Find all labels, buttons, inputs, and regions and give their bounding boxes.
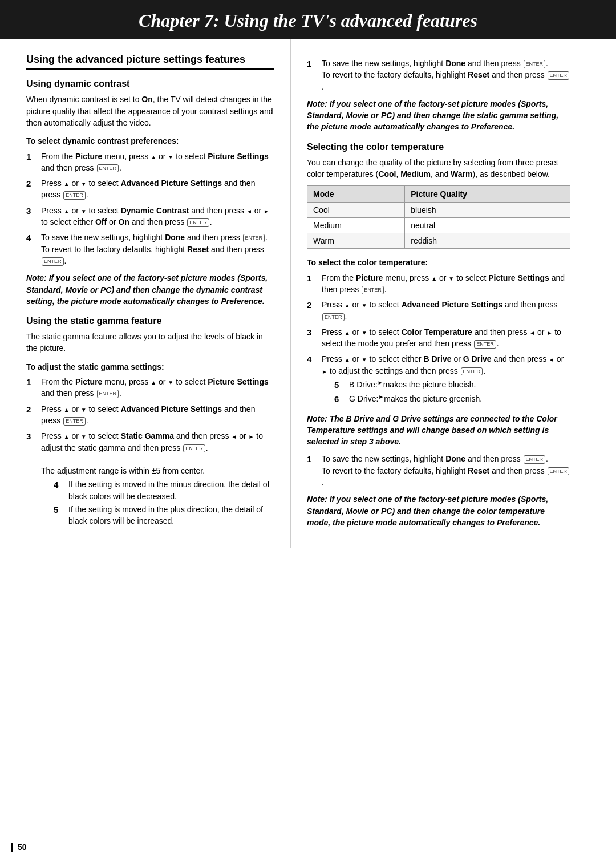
static-gamma-intro: The static gamma feature allows you to a… <box>26 331 274 354</box>
table-row: Cool blueish <box>307 203 570 218</box>
table-cell-neutral: neutral <box>405 218 570 233</box>
right-step-4: To save the new settings, highlight Done… <box>307 58 570 92</box>
right-column: To save the new settings, highlight Done… <box>291 39 593 548</box>
table-header-quality: Picture Quality <box>405 186 570 203</box>
color-temp-steps: From the Picture menu, press ▲ or ▼ to s… <box>307 272 570 407</box>
table-header-mode: Mode <box>307 186 405 203</box>
gamma-bullet-1: If the setting is moved in the minus dir… <box>54 479 274 502</box>
color-temp-note2: Note: If you select one of the factory-s… <box>307 493 570 528</box>
gamma-step-3: Press ▲ or ▼ to select Static Gamma and … <box>26 430 274 528</box>
gamma-step-2: Press ▲ or ▼ to select Advanced Picture … <box>26 403 274 427</box>
static-gamma-label: To adjust the static gamma settings: <box>26 361 274 373</box>
right-top-steps: To save the new settings, highlight Done… <box>307 58 570 92</box>
table-cell-medium: Medium <box>307 218 405 233</box>
table-cell-blueish: blueish <box>405 203 570 218</box>
table-row: Medium neutral <box>307 218 570 233</box>
gamma-bullet-2: If the setting is moved in the plus dire… <box>54 504 274 527</box>
dynamic-contrast-label: To select dynamic contrast preferences: <box>26 135 274 147</box>
page-container: Chapter 7: Using the TV's advanced featu… <box>0 0 616 862</box>
color-temperature-intro: You can change the quality of the pictur… <box>307 157 570 180</box>
content-area: Using the advanced picture settings feat… <box>0 39 616 548</box>
dynamic-contrast-title: Using dynamic contrast <box>26 79 274 89</box>
chapter-header: Chapter 7: Using the TV's advanced featu… <box>0 0 616 39</box>
ct-step5-list: To save the new settings, highlight Done… <box>307 453 570 488</box>
static-gamma-note: Note: If you select one of the factory-s… <box>307 98 570 133</box>
dynamic-contrast-section: Using dynamic contrast When dynamic cont… <box>26 79 274 307</box>
chapter-title: Chapter 7: Using the TV's advanced featu… <box>23 10 593 31</box>
table-cell-warm: Warm <box>307 233 405 249</box>
table-cell-reddish: reddish <box>405 233 570 249</box>
ct-bullet-1: B Drive: ► makes the picture blueish. <box>334 379 570 391</box>
step-1: From the Picture menu, press ▲ or ▼ to s… <box>26 151 274 174</box>
ct-bullet-2: G Drive: ► makes the picture greenish. <box>334 393 570 406</box>
step-2: Press ▲ or ▼ to select Advanced Picture … <box>26 177 274 201</box>
step-4: To save the new settings, highlight Done… <box>26 232 274 266</box>
page-footer: 50 <box>0 843 616 852</box>
ct-bullets: B Drive: ► makes the picture blueish. G … <box>334 379 570 406</box>
dynamic-contrast-steps: From the Picture menu, press ▲ or ▼ to s… <box>26 151 274 267</box>
gamma-step-1: From the Picture menu, press ▲ or ▼ to s… <box>26 376 274 399</box>
color-temp-note1: Note: The B Drive and G Drive settings a… <box>307 413 570 448</box>
static-gamma-steps: From the Picture menu, press ▲ or ▼ to s… <box>26 376 274 529</box>
ct-step-2: Press ▲ or ▼ to select Advanced Picture … <box>307 299 570 322</box>
static-gamma-title: Using the static gamma feature <box>26 316 274 326</box>
static-gamma-section: Using the static gamma feature The stati… <box>26 316 274 528</box>
left-column: Using the advanced picture settings feat… <box>0 39 291 548</box>
dynamic-contrast-intro: When dynamic contrast is set to On, the … <box>26 94 274 128</box>
color-temperature-section: Selecting the color temperature You can … <box>307 142 570 528</box>
ct-step-5: To save the new settings, highlight Done… <box>307 453 570 488</box>
table-row: Warm reddish <box>307 233 570 249</box>
section-title: Using the advanced picture settings feat… <box>26 53 274 70</box>
page-number: 50 <box>11 843 27 852</box>
color-temperature-title: Selecting the color temperature <box>307 142 570 152</box>
step-3: Press ▲ or ▼ to select Dynamic Contrast … <box>26 205 274 228</box>
color-temp-label: To select the color temperature: <box>307 257 570 268</box>
ct-step-4: Press ▲ or ▼ to select either B Drive or… <box>307 353 570 407</box>
table-cell-cool: Cool <box>307 203 405 218</box>
dynamic-contrast-note: Note: If you select one of the factory-s… <box>26 272 274 307</box>
ct-step-3: Press ▲ or ▼ to select Color Temperature… <box>307 326 570 350</box>
color-temperature-table: Mode Picture Quality Cool blueish Medium… <box>307 185 570 249</box>
ct-step-1: From the Picture menu, press ▲ or ▼ to s… <box>307 272 570 296</box>
gamma-bullets: If the setting is moved in the minus dir… <box>54 479 274 527</box>
